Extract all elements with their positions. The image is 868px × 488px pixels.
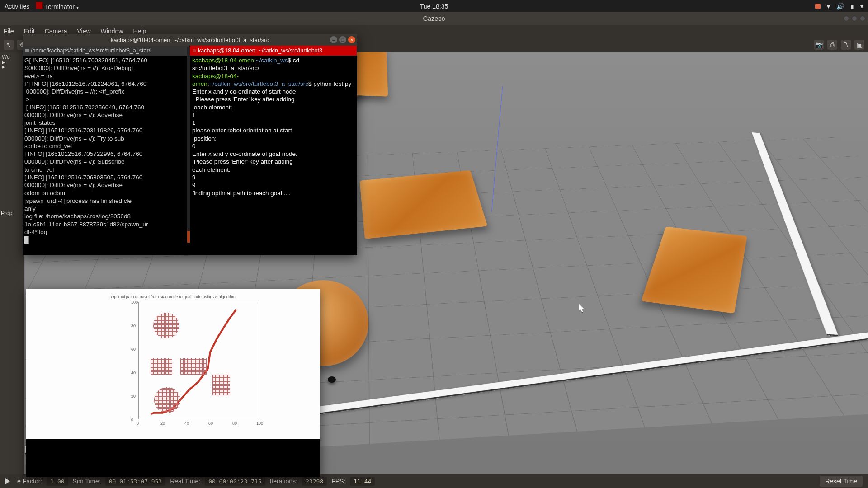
simtime-value: 00 01:53:07.953 (105, 477, 165, 486)
tree-expand-icon[interactable]: ▶ (2, 65, 22, 69)
iterations-value: 23298 (302, 477, 327, 486)
turtlebot-robot (328, 376, 336, 383)
simtime-label: Sim Time: (73, 478, 101, 485)
log-icon[interactable]: ⎙ (827, 40, 837, 50)
close-button[interactable]: × (348, 36, 355, 43)
x-tick: 0 (137, 421, 139, 426)
minimize-button[interactable]: – (330, 36, 337, 43)
terminator-titlebar[interactable]: kachaps@18-04-omen: ~/catkin_ws/src/turt… (23, 34, 357, 46)
terminator-icon (36, 2, 43, 9)
terminal-tab-inactive[interactable]: /home/kachaps/catkin_ws/src/turtlebot3_a… (23, 46, 190, 56)
world-panel[interactable]: Wo ▶ ▶ Prop (0, 52, 24, 474)
reset-time-button[interactable]: Reset Time (820, 476, 863, 487)
activities-button[interactable]: Activities (5, 3, 29, 10)
clock[interactable]: Tue 18:35 (420, 3, 448, 10)
scrollbar-thumb[interactable] (187, 231, 190, 243)
realtime-label: Real Time: (170, 478, 200, 485)
x-tick: 100 (256, 421, 263, 426)
gazebo-titlebar: Gazebo (0, 12, 868, 25)
plot-canvas: Optimal path to travel from start node t… (26, 289, 320, 439)
matplotlib-window[interactable]: Optimal path to travel from start node t… (26, 289, 320, 477)
terminator-tabs: /home/kachaps/catkin_ws/src/turtlebot3_a… (23, 46, 357, 56)
x-tick: 40 (184, 421, 189, 426)
tab-icon (193, 49, 196, 52)
obstacle-rect (212, 375, 230, 395)
fps-value: 11.44 (350, 477, 375, 486)
terminator-title: kachaps@18-04-omen: ~/catkin_ws/src/turt… (111, 37, 269, 43)
fps-label: FPS: (331, 478, 345, 485)
property-panel-label: Prop (1, 210, 12, 216)
play-icon[interactable] (5, 478, 10, 484)
rtf-label: e Factor: (17, 478, 42, 485)
record-icon[interactable]: ▣ (854, 40, 864, 50)
y-tick: 100 (131, 300, 138, 305)
tree-expand-icon[interactable]: ▶ (2, 60, 22, 65)
menu-file[interactable]: File (4, 28, 14, 35)
terminal-scrollbar[interactable] (187, 47, 190, 243)
screenshot-icon[interactable]: 📷 (814, 40, 824, 50)
y-tick: 40 (131, 371, 136, 375)
world-panel-label: Wo (2, 54, 22, 60)
volume-icon[interactable]: 🔊 (836, 3, 844, 10)
select-tool-icon[interactable]: ↖ (4, 40, 14, 50)
obstacle-circle (154, 387, 180, 413)
obstacle-rect (180, 358, 207, 375)
terminal-pane-roslaunch[interactable]: G[ INFO] [1651012516.700339451, 6764.760… (23, 56, 190, 255)
minimize-button[interactable] (844, 16, 849, 21)
y-tick: 80 (131, 324, 136, 328)
x-tick: 20 (160, 421, 165, 426)
screencast-icon[interactable] (815, 4, 821, 9)
x-tick: 80 (232, 421, 237, 426)
maximize-button[interactable]: □ (339, 36, 346, 43)
x-tick: 60 (208, 421, 213, 426)
terminal-pane-python[interactable]: kachaps@18-04-omen:~/catkin_ws$ cd src/t… (190, 56, 357, 255)
close-button[interactable] (860, 16, 865, 21)
obstacle-rect (151, 358, 172, 375)
plot-axes (138, 302, 258, 419)
battery-icon[interactable]: ▮ (850, 3, 854, 10)
y-tick: 20 (131, 394, 136, 399)
arena-wall (752, 132, 839, 336)
maximize-button[interactable] (852, 16, 857, 21)
gnome-topbar: Activities Terminator ▾ Tue 18:35 ▾ 🔊 ▮ … (0, 0, 868, 12)
window-title: Gazebo (423, 15, 445, 22)
plot-icon[interactable]: 〽 (841, 40, 851, 50)
realtime-value: 00 00:00:23.715 (205, 477, 265, 486)
tab-icon (25, 49, 29, 52)
y-tick: 0 (131, 418, 133, 422)
plot-title: Optimal path to travel from start node t… (26, 295, 320, 299)
obstacle-circle (153, 313, 179, 338)
app-menu[interactable]: Terminator ▾ (36, 2, 79, 10)
power-icon[interactable]: ▾ (860, 3, 863, 10)
network-icon[interactable]: ▾ (827, 3, 830, 10)
terminator-window[interactable]: kachaps@18-04-omen: ~/catkin_ws/src/turt… (23, 34, 357, 255)
terminal-tab-active[interactable]: kachaps@18-04-omen: ~/catkin_ws/src/turt… (190, 46, 357, 56)
y-tick: 60 (131, 347, 136, 352)
iterations-label: Iterations: (270, 478, 297, 485)
rtf-value: 1.00 (47, 477, 68, 486)
